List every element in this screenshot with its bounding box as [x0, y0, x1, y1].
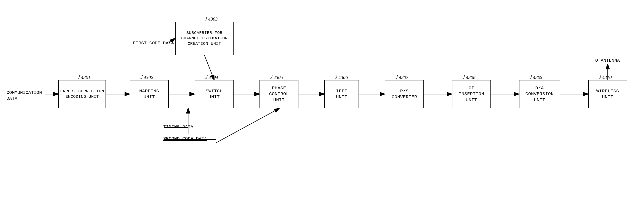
block-wireless-unit: WIRELESSUNIT — [588, 80, 627, 108]
block-da-conversion: D/ACONVERSIONUNIT — [519, 80, 560, 108]
label-timing-data: TIMING DATA — [163, 124, 193, 129]
ref-4305: ⤴ 4305 — [270, 74, 283, 80]
label-second-code-data: SECOND CODE DATA — [163, 136, 207, 141]
block-subcarrier-creation: SUBCARRIER FORCHANNEL ESTIMATIONCREATION… — [175, 22, 234, 55]
label-communication-data: COMMUNICATIONDATA — [6, 90, 42, 102]
block-gi-insertion: GIINSERTIONUNIT — [452, 80, 491, 108]
ref-4308: ⤴ 4308 — [462, 74, 476, 80]
ref-4310: ⤴ 4310 — [598, 74, 612, 80]
diagram: ERROR- CORRECTION ENCODING UNIT MAPPINGU… — [0, 0, 644, 208]
label-to-antenna: TO ANTENNA — [592, 58, 620, 63]
ref-4304: ⤴ 4304 — [205, 74, 218, 80]
block-ifft-unit: IFFTUNIT — [324, 80, 359, 108]
ref-4306: ⤴ 4306 — [335, 74, 348, 80]
block-error-correction: ERROR- CORRECTION ENCODING UNIT — [58, 80, 106, 108]
svg-line-15 — [216, 108, 279, 143]
ref-4302: ⤴ 4302 — [140, 74, 153, 80]
block-phase-control: PHASECONTROLUNIT — [260, 80, 298, 108]
ref-4307: ⤴ 4307 — [395, 74, 408, 80]
block-switch-unit: SWITCHUNIT — [195, 80, 234, 108]
ref-4301: ⤴ 4301 — [78, 74, 90, 80]
block-mapping-unit: MAPPINGUNIT — [130, 80, 169, 108]
ref-4309: ⤴ 4309 — [530, 74, 542, 80]
ref-4303: ⤴ 4303 — [204, 16, 218, 22]
block-ps-converter: P/SCONVERTER — [385, 80, 424, 108]
label-first-code-data: FIRST CODE DATA — [133, 41, 174, 46]
